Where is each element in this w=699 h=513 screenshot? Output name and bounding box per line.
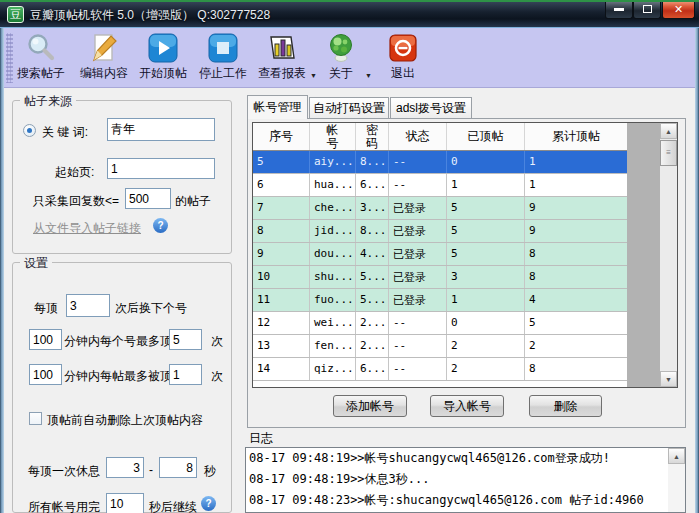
cell-bumped: 1: [447, 174, 525, 196]
cell-account: jid...: [310, 220, 356, 242]
column-header-id[interactable]: 序号: [253, 123, 310, 150]
minutes-per-post-text: 分钟内每帖最多被顶: [64, 368, 172, 385]
cell-password: 3...: [356, 197, 389, 219]
close-button[interactable]: ✕: [662, 0, 695, 19]
toolbar-item-label: 开始顶帖: [130, 65, 196, 82]
scroll-down-icon[interactable]: ▼: [660, 371, 677, 387]
table-row-7[interactable]: 7che...3...已登录59: [253, 197, 627, 220]
minimize-button[interactable]: [605, 0, 633, 19]
start-page-input[interactable]: [107, 158, 215, 179]
per-account-count-input[interactable]: [66, 294, 110, 317]
window-border-right: [695, 28, 699, 513]
search-posts-button[interactable]: 搜索帖子: [8, 31, 74, 85]
keyword-input[interactable]: [107, 118, 215, 141]
add-account-button[interactable]: 添加帐号: [333, 395, 407, 417]
cell-status: --: [389, 151, 447, 173]
cell-account: fen...: [310, 335, 356, 357]
tab-adsl-dial[interactable]: adsl拨号设置: [390, 97, 472, 119]
about-dropdown-arrow-icon[interactable]: ▼: [365, 72, 372, 79]
scroll-up-icon[interactable]: ▲: [660, 123, 677, 139]
exit-button[interactable]: 退出: [374, 31, 432, 85]
minutes-per-account-input[interactable]: [29, 329, 62, 350]
cell-password: 6...: [356, 174, 389, 196]
log-title: 日志: [249, 430, 273, 447]
rest-max-input[interactable]: [159, 457, 197, 478]
continue-seconds-input[interactable]: [106, 493, 144, 513]
cell-status: 已登录: [389, 220, 447, 242]
max-bumps-per-account-input[interactable]: [169, 329, 202, 350]
rest-min-input[interactable]: [106, 457, 144, 478]
table-row-9[interactable]: 9dou...4...已登录58: [253, 243, 627, 266]
table-row-13[interactable]: 13fen...2...--22: [253, 335, 627, 358]
cell-password: 8...: [356, 151, 389, 173]
cell-password: 6...: [356, 358, 389, 380]
tab-account-management[interactable]: 帐号管理: [247, 95, 308, 119]
keyword-radio[interactable]: [23, 124, 36, 137]
cell-id: 8: [253, 220, 310, 242]
cell-account: hua...: [310, 174, 356, 196]
toolbar-item-label: 搜索帖子: [8, 65, 74, 82]
cell-account: che...: [310, 197, 356, 219]
table-row-10[interactable]: 10shu...5...已登录38: [253, 266, 627, 289]
cell-id: 12: [253, 312, 310, 334]
column-header-total[interactable]: 累计顶帖: [525, 123, 627, 150]
table-row-11[interactable]: 11fuo...5...已登录14: [253, 289, 627, 312]
about-globe-icon: [325, 32, 357, 64]
cell-total: 9: [525, 197, 627, 219]
cell-account: dou...: [310, 243, 356, 265]
auto-delete-checkbox[interactable]: [29, 412, 42, 425]
stop-work-button[interactable]: 停止工作: [190, 31, 256, 85]
table-row-8[interactable]: 8jid...8...已登录59: [253, 220, 627, 243]
times-suffix: 次: [211, 333, 223, 350]
titlebar: 豆 豆瓣顶帖机软件 5.0（增强版） Q:302777528 ✕: [0, 0, 699, 28]
keyword-label: 关 键 词:: [42, 124, 88, 141]
column-header-password[interactable]: 密码: [356, 123, 389, 150]
table-scrollbar[interactable]: ▲ ≡ ▼: [660, 123, 677, 387]
log-line: 08-17 09:48:19>>休息3秒...: [249, 469, 649, 490]
window-border-left: [0, 28, 4, 513]
cell-bumped: 0: [447, 312, 525, 334]
cell-bumped: 5: [447, 197, 525, 219]
table-row-6[interactable]: 6hua...6...--11: [253, 174, 627, 197]
column-header-status[interactable]: 状态: [389, 123, 447, 150]
reply-filter-input[interactable]: [125, 188, 171, 209]
table-row-12[interactable]: 12wei...2...--05: [253, 312, 627, 335]
scrollbar-thumb[interactable]: ≡: [660, 140, 677, 166]
column-header-account[interactable]: 帐号: [310, 123, 356, 150]
cell-total: 8: [525, 266, 627, 288]
table-row-5[interactable]: 5aiy...8...--01: [253, 151, 627, 174]
cell-id: 11: [253, 289, 310, 311]
delete-account-button[interactable]: 删除: [529, 395, 602, 417]
cell-total: 2: [525, 335, 627, 357]
cell-bumped: 2: [447, 358, 525, 380]
table-header: 序号 帐号 密码 状态 已顶帖 累计顶帖: [253, 123, 627, 151]
start-bump-button[interactable]: 开始顶帖: [130, 31, 196, 85]
cell-total: 5: [525, 312, 627, 334]
maximize-button[interactable]: [633, 0, 661, 19]
about-button[interactable]: 关于: [312, 31, 370, 85]
view-report-button[interactable]: 查看报表: [249, 31, 315, 85]
import-links-from-file-link[interactable]: 从文件导入帖子链接: [33, 220, 141, 237]
cell-id: 10: [253, 266, 310, 288]
cell-bumped: 2: [447, 335, 525, 357]
search-icon: [25, 32, 57, 64]
cell-password: 5...: [356, 289, 389, 311]
help-icon[interactable]: ?: [201, 496, 216, 511]
cell-status: 已登录: [389, 243, 447, 265]
table-row-14[interactable]: 14qiz...6...--28: [253, 358, 627, 381]
help-icon[interactable]: ?: [153, 218, 168, 233]
log-lines: 08-17 09:48:19>>帐号shucangycwql465@126.co…: [247, 448, 651, 513]
edit-content-button[interactable]: 编辑内容: [71, 31, 137, 85]
cell-total: 4: [525, 289, 627, 311]
cell-password: 8...: [356, 220, 389, 242]
cell-bumped: 3: [447, 266, 525, 288]
log-scrollbar[interactable]: ▲: [668, 448, 685, 512]
minutes-per-post-input[interactable]: [29, 364, 62, 385]
column-header-bumped[interactable]: 已顶帖: [447, 123, 525, 150]
log-box: 08-17 09:48:19>>帐号shucangycwql465@126.co…: [245, 447, 686, 513]
import-account-button[interactable]: 导入帐号: [430, 395, 504, 417]
max-bumps-per-post-input[interactable]: [169, 364, 202, 385]
log-scroll-up-icon[interactable]: ▲: [668, 448, 685, 464]
tab-auto-captcha[interactable]: 自动打码设置: [309, 97, 389, 119]
all-accounts-suffix: 秒后继续: [149, 499, 197, 513]
